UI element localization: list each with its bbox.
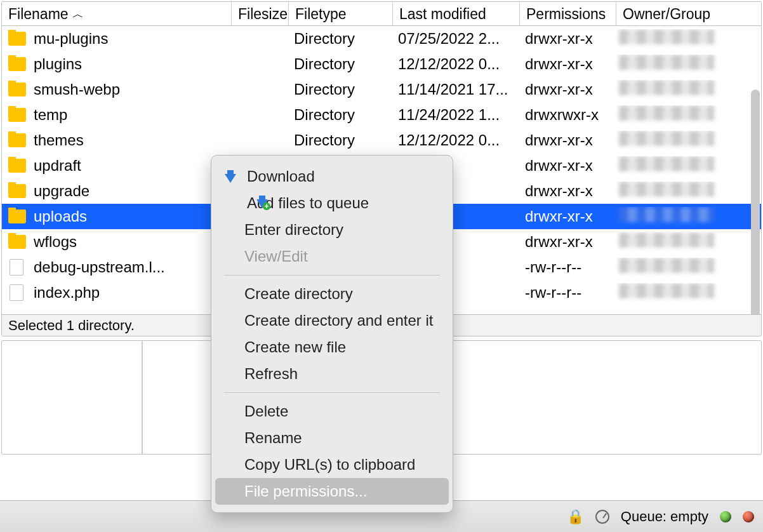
ctx-delete[interactable]: Delete [215,398,449,425]
file-permissions: -rw-r--r-- [520,258,616,276]
owner-group-redacted [619,55,714,70]
ctx-separator [224,392,440,393]
file-name: smush-webp [34,81,120,98]
file-icon [10,259,23,276]
col-filetype[interactable]: Filetype [289,2,393,25]
file-permissions: drwxr-xr-x [520,81,616,98]
owner-group-redacted [619,80,714,95]
file-modified: 12/12/2022 0... [393,131,520,149]
file-name: wflogs [34,233,77,251]
ctx-add-to-queue[interactable]: + Add files to queue [215,190,449,216]
ctx-create-directory[interactable]: Create directory [215,281,449,307]
folder-icon [8,159,26,173]
file-permissions: drwxr-xr-x [520,131,616,149]
file-permissions: drwxr-xr-x [520,182,616,200]
table-row[interactable]: pluginsDirectory12/12/2022 0...drwxr-xr-… [2,51,761,77]
file-type: Directory [289,131,393,149]
ctx-copy-url[interactable]: Copy URL(s) to clipboard [215,451,449,478]
panel-divider[interactable] [142,341,143,454]
file-permissions: drwxr-xr-x [520,55,616,73]
folder-icon [8,133,26,147]
file-type: Directory [289,55,393,73]
file-permissions: drwxr-xr-x [520,30,616,48]
ctx-enter-directory[interactable]: Enter directory [215,216,449,243]
file-modified: 12/12/2022 0... [393,55,520,73]
file-modified: 07/25/2022 2... [393,30,520,48]
ctx-create-new-file[interactable]: Create new file [215,334,449,361]
download-icon [223,169,238,184]
file-modified: 11/24/2022 1... [393,106,520,124]
file-name: upgrade [34,182,90,200]
file-type: Directory [289,106,393,124]
speed-meter-icon [595,510,609,524]
file-modified: 11/14/2021 17... [393,81,520,98]
file-name: updraft [34,157,81,175]
ctx-refresh[interactable]: Refresh [215,361,449,387]
sort-ascending-icon: ︿ [72,8,84,20]
col-lastmodified[interactable]: Last modified [393,2,520,25]
owner-group-redacted [619,258,714,273]
owner-group-redacted [619,232,714,248]
file-permissions: drwxr-xr-x [520,157,616,175]
folder-icon [8,32,26,46]
file-name: uploads [34,208,87,225]
file-name: debug-upstream.l... [34,258,165,276]
col-filename-label: Filename [8,6,69,23]
file-permissions: drwxrwxr-x [520,106,616,124]
ctx-download[interactable]: Download [215,163,449,190]
folder-icon [8,184,26,198]
owner-group-redacted [619,283,714,298]
col-permissions[interactable]: Permissions [520,2,616,25]
file-name: mu-plugins [34,30,108,48]
column-headers: Filename ︿ Filesize Filetype Last modifi… [2,2,761,26]
file-name: themes [34,131,84,149]
table-row[interactable]: smush-webpDirectory11/14/2021 17...drwxr… [2,77,761,102]
folder-icon [8,57,26,71]
owner-group-redacted [619,182,714,197]
owner-group-redacted [619,29,714,44]
folder-icon [8,83,26,96]
file-name: plugins [34,55,82,73]
file-icon [10,284,23,301]
col-filename[interactable]: Filename ︿ [2,2,232,25]
table-row[interactable]: themesDirectory12/12/2022 0...drwxr-xr-x [2,128,761,153]
table-row[interactable]: mu-pluginsDirectory07/25/2022 2...drwxr-… [2,26,761,51]
lock-icon: 🔒 [567,509,584,525]
file-name: index.php [34,284,100,302]
folder-icon [8,209,26,223]
ctx-view-edit: View/Edit [215,243,449,270]
file-permissions: drwxr-xr-x [520,208,616,225]
ctx-create-directory-enter[interactable]: Create directory and enter it [215,307,449,334]
file-name: temp [34,106,67,124]
queue-status: Queue: empty [621,509,708,525]
context-menu: Download + Add files to queue Enter dire… [211,155,453,513]
col-ownergroup[interactable]: Owner/Group [616,2,731,25]
ctx-rename[interactable]: Rename [215,425,449,451]
folder-icon [8,108,26,122]
ctx-separator [224,275,440,276]
file-type: Directory [289,30,393,48]
status-dot-green [720,511,731,522]
vertical-scrollbar[interactable] [751,90,760,314]
folder-icon [8,235,26,249]
file-type: Directory [289,81,393,98]
ctx-file-permissions[interactable]: File permissions... [215,478,449,505]
col-filesize[interactable]: Filesize [232,2,289,25]
file-permissions: -rw-r--r-- [520,284,616,302]
owner-group-redacted [619,207,714,222]
file-permissions: drwxr-xr-x [520,233,616,251]
owner-group-redacted [619,131,714,146]
table-row[interactable]: tempDirectory11/24/2022 1...drwxrwxr-x [2,102,761,128]
owner-group-redacted [619,156,714,171]
status-dot-red [743,511,754,522]
owner-group-redacted [619,105,714,121]
